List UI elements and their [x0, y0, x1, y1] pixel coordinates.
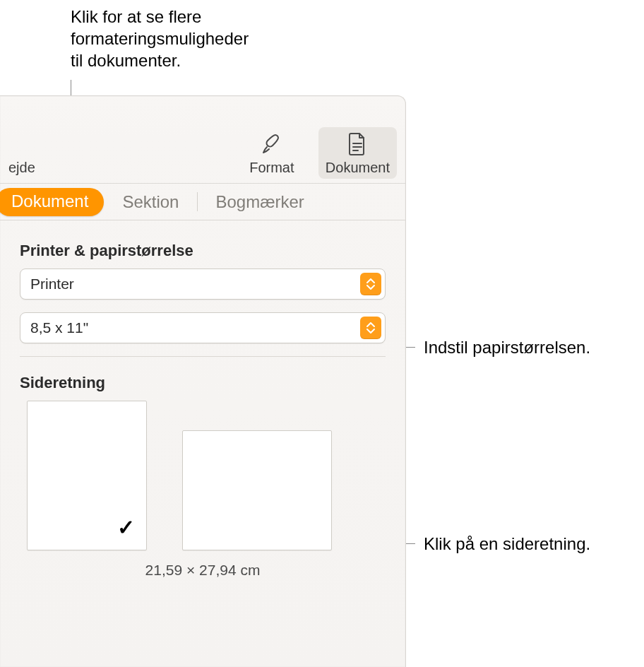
- printer-popup[interactable]: Printer: [20, 268, 386, 300]
- subtab-section[interactable]: Sektion: [104, 184, 197, 220]
- callout-document-tab: Klik for at se flere formateringsmulighe…: [71, 6, 339, 72]
- orientation-portrait-button[interactable]: ✓: [27, 401, 147, 550]
- subtab-document[interactable]: Dokument: [0, 188, 104, 216]
- orientation-size-label: 21,59 × 27,94 cm: [20, 562, 386, 579]
- format-toolbar-label: Format: [249, 160, 294, 176]
- inspector-content: Printer & papirstørrelse Printer 8,5 x 1…: [0, 220, 405, 579]
- paper-size-popup-row: 8,5 x 11": [20, 312, 386, 343]
- paintbrush-icon: [259, 131, 285, 157]
- paper-size-popup-stepper-icon: [360, 317, 381, 339]
- printer-popup-value: Printer: [30, 276, 74, 293]
- paper-size-popup[interactable]: 8,5 x 11": [20, 312, 386, 343]
- printer-popup-row: Printer: [20, 268, 386, 300]
- checkmark-icon: ✓: [117, 515, 135, 540]
- toolbar-left-fragment: ejde: [8, 160, 35, 179]
- printer-section-title: Printer & papirstørrelse: [20, 242, 386, 260]
- inspector-subtabs: Dokument Sektion Bogmærker: [0, 184, 405, 220]
- document-toolbar-label: Dokument: [326, 160, 390, 176]
- format-toolbar-button[interactable]: Format: [234, 127, 310, 179]
- orientation-section-title: Sideretning: [20, 374, 386, 392]
- document-inspector-panel: ejde Format Dokument: [0, 95, 406, 667]
- document-icon: [345, 131, 370, 157]
- document-toolbar-button[interactable]: Dokument: [318, 127, 397, 179]
- printer-popup-stepper-icon: [360, 273, 381, 295]
- orientation-row: ✓: [20, 401, 386, 550]
- callout-paper-size: Indstil papirstørrelsen.: [424, 336, 590, 358]
- orientation-landscape-button[interactable]: [182, 430, 332, 550]
- inspector-toolbar: ejde Format Dokument: [0, 96, 405, 184]
- subtab-bookmarks[interactable]: Bogmærker: [197, 184, 322, 220]
- section-divider: [20, 356, 386, 357]
- callout-orientation: Klik på en sideretning.: [424, 533, 590, 555]
- paper-size-popup-value: 8,5 x 11": [30, 319, 88, 336]
